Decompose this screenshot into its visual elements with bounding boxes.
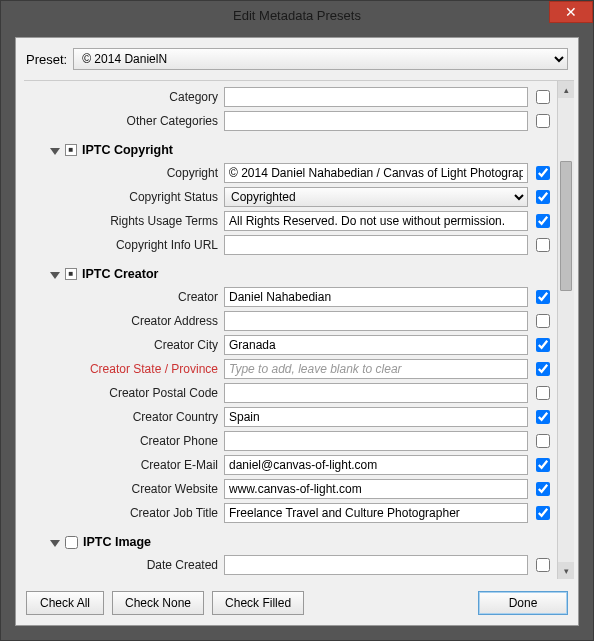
edit-metadata-presets-window: Edit Metadata Presets ✕ Preset: © 2014 D…	[0, 0, 594, 641]
field-row-intellectual-genre: Intellectual Genre	[24, 577, 556, 579]
field-label: Other Categories	[24, 114, 224, 128]
done-button[interactable]: Done	[478, 591, 568, 615]
field-label: Rights Usage Terms	[24, 214, 224, 228]
creator-address-input[interactable]	[224, 311, 528, 331]
field-row-creator-job-title: Creator Job Title	[24, 501, 556, 525]
copyright-input[interactable]	[224, 163, 528, 183]
creator-state-input[interactable]	[224, 359, 528, 379]
field-row-creator: Creator	[24, 285, 556, 309]
fields-scroll-area: Category Other Categories IPTC Copyright…	[24, 80, 574, 579]
scroll-down-icon[interactable]: ▾	[558, 562, 574, 579]
field-label: Creator Country	[24, 410, 224, 424]
category-input[interactable]	[224, 87, 528, 107]
section-tristate-checkbox[interactable]	[65, 144, 77, 156]
section-checkbox[interactable]	[65, 536, 78, 549]
field-label: Creator Phone	[24, 434, 224, 448]
preset-label: Preset:	[26, 52, 67, 67]
scroll-up-icon[interactable]: ▴	[558, 81, 574, 98]
field-label: Date Created	[24, 558, 224, 572]
dialog-panel: Preset: © 2014 DanielN Category Other Ca…	[15, 37, 579, 626]
creator-job-title-input[interactable]	[224, 503, 528, 523]
field-label: Copyright Info URL	[24, 238, 224, 252]
field-row-copyright: Copyright	[24, 161, 556, 185]
field-row-date-created: Date Created	[24, 553, 556, 577]
scrollbar-thumb[interactable]	[560, 161, 572, 291]
section-title: IPTC Copyright	[82, 143, 173, 157]
section-header-iptc-copyright[interactable]: IPTC Copyright	[24, 133, 556, 161]
creator-job-title-checkbox[interactable]	[536, 506, 550, 520]
check-all-button[interactable]: Check All	[26, 591, 104, 615]
creator-address-checkbox[interactable]	[536, 314, 550, 328]
field-row-creator-state: Creator State / Province	[24, 357, 556, 381]
field-row-creator-phone: Creator Phone	[24, 429, 556, 453]
disclosure-triangle-icon	[50, 540, 60, 547]
field-label: Creator E-Mail	[24, 458, 224, 472]
field-label: Category	[24, 90, 224, 104]
field-row-creator-email: Creator E-Mail	[24, 453, 556, 477]
field-label: Copyright Status	[24, 190, 224, 204]
fields-content: Category Other Categories IPTC Copyright…	[24, 81, 556, 579]
check-none-button[interactable]: Check None	[112, 591, 204, 615]
section-title: IPTC Creator	[82, 267, 158, 281]
section-tristate-checkbox[interactable]	[65, 268, 77, 280]
creator-input[interactable]	[224, 287, 528, 307]
section-header-iptc-image[interactable]: IPTC Image	[24, 525, 556, 553]
creator-country-checkbox[interactable]	[536, 410, 550, 424]
preset-row: Preset: © 2014 DanielN	[16, 38, 578, 78]
creator-website-input[interactable]	[224, 479, 528, 499]
titlebar: Edit Metadata Presets ✕	[1, 1, 593, 29]
creator-postal-input[interactable]	[224, 383, 528, 403]
field-label: Creator Address	[24, 314, 224, 328]
preset-select[interactable]: © 2014 DanielN	[73, 48, 568, 70]
creator-postal-checkbox[interactable]	[536, 386, 550, 400]
field-label: Creator City	[24, 338, 224, 352]
creator-email-input[interactable]	[224, 455, 528, 475]
copyright-status-checkbox[interactable]	[536, 190, 550, 204]
field-row-rights-usage: Rights Usage Terms	[24, 209, 556, 233]
field-row-creator-website: Creator Website	[24, 477, 556, 501]
category-checkbox[interactable]	[536, 90, 550, 104]
button-row: Check All Check None Check Filled Done	[26, 591, 568, 615]
field-row-creator-city: Creator City	[24, 333, 556, 357]
other-categories-checkbox[interactable]	[536, 114, 550, 128]
field-row-other-categories: Other Categories	[24, 109, 556, 133]
copyright-status-select[interactable]: Copyrighted	[224, 187, 528, 207]
field-label: Creator Job Title	[24, 506, 224, 520]
creator-city-input[interactable]	[224, 335, 528, 355]
creator-state-checkbox[interactable]	[536, 362, 550, 376]
creator-phone-checkbox[interactable]	[536, 434, 550, 448]
creator-phone-input[interactable]	[224, 431, 528, 451]
field-label: Creator Website	[24, 482, 224, 496]
copyright-info-url-checkbox[interactable]	[536, 238, 550, 252]
section-header-iptc-creator[interactable]: IPTC Creator	[24, 257, 556, 285]
vertical-scrollbar[interactable]: ▴ ▾	[557, 81, 574, 579]
other-categories-input[interactable]	[224, 111, 528, 131]
date-created-checkbox[interactable]	[536, 558, 550, 572]
rights-usage-input[interactable]	[224, 211, 528, 231]
field-label: Creator Postal Code	[24, 386, 224, 400]
copyright-checkbox[interactable]	[536, 166, 550, 180]
creator-city-checkbox[interactable]	[536, 338, 550, 352]
rights-usage-checkbox[interactable]	[536, 214, 550, 228]
close-button[interactable]: ✕	[549, 1, 593, 23]
field-row-copyright-info-url: Copyright Info URL	[24, 233, 556, 257]
field-label: Creator	[24, 290, 224, 304]
creator-email-checkbox[interactable]	[536, 458, 550, 472]
field-row-creator-address: Creator Address	[24, 309, 556, 333]
field-row-copyright-status: Copyright Status Copyrighted	[24, 185, 556, 209]
creator-website-checkbox[interactable]	[536, 482, 550, 496]
check-filled-button[interactable]: Check Filled	[212, 591, 304, 615]
field-row-creator-country: Creator Country	[24, 405, 556, 429]
copyright-info-url-input[interactable]	[224, 235, 528, 255]
close-icon: ✕	[565, 4, 577, 20]
disclosure-triangle-icon	[50, 148, 60, 155]
creator-country-input[interactable]	[224, 407, 528, 427]
section-title: IPTC Image	[83, 535, 151, 549]
disclosure-triangle-icon	[50, 272, 60, 279]
field-label: Creator State / Province	[24, 362, 224, 376]
field-label: Copyright	[24, 166, 224, 180]
date-created-input[interactable]	[224, 555, 528, 575]
creator-checkbox[interactable]	[536, 290, 550, 304]
window-title: Edit Metadata Presets	[233, 8, 361, 23]
field-row-creator-postal: Creator Postal Code	[24, 381, 556, 405]
